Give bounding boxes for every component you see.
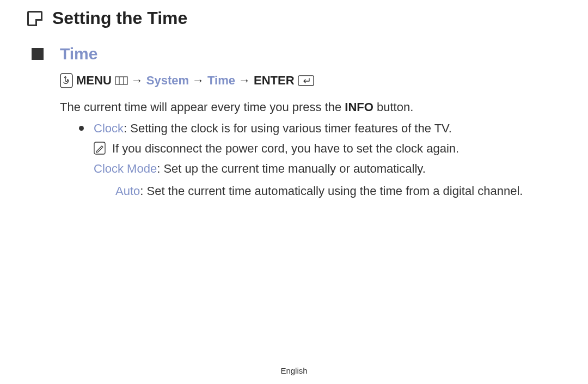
arrow-icon: → bbox=[192, 74, 204, 88]
nav-time-label: Time bbox=[207, 74, 235, 88]
touch-icon bbox=[60, 73, 73, 88]
auto-text: Auto: Set the current time automatically… bbox=[115, 182, 561, 200]
section-title: Time bbox=[60, 45, 561, 63]
navigation-path: MENU → System → Time → ENTER bbox=[60, 73, 561, 88]
note-pencil-icon bbox=[94, 142, 106, 155]
menu-grid-icon bbox=[115, 76, 128, 85]
arrow-icon: → bbox=[238, 74, 250, 88]
nav-enter-label: ENTER bbox=[254, 74, 295, 88]
arrow-icon: → bbox=[131, 74, 143, 88]
page-title: Setting the Time bbox=[52, 8, 187, 28]
list-item: Clock: Setting the clock is for using va… bbox=[79, 119, 561, 200]
enter-icon bbox=[298, 75, 314, 86]
nav-system-label: System bbox=[146, 74, 189, 88]
svg-rect-2 bbox=[115, 77, 127, 84]
footer-language: English bbox=[0, 366, 588, 375]
intro-text: The current time will appear every time … bbox=[60, 98, 561, 116]
clock-mode-text: Clock Mode: Set up the current time manu… bbox=[94, 160, 561, 178]
svg-rect-0 bbox=[60, 74, 72, 88]
nav-menu-label: MENU bbox=[76, 74, 112, 88]
page-bullet-icon bbox=[27, 11, 42, 26]
clock-text: Clock: Setting the clock is for using va… bbox=[94, 119, 561, 137]
note-line: If you disconnect the power cord, you ha… bbox=[94, 139, 561, 157]
svg-rect-5 bbox=[298, 76, 314, 86]
note-text: If you disconnect the power cord, you ha… bbox=[112, 139, 459, 157]
section-bullet-icon bbox=[32, 48, 44, 60]
bullet-dot-icon bbox=[79, 126, 84, 131]
